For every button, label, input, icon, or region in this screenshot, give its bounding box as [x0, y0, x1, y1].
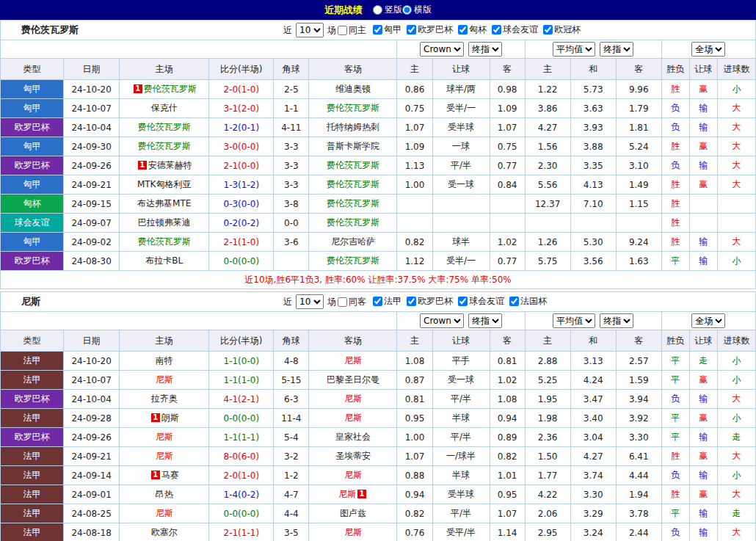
ah-away-odds-cell: [490, 214, 525, 233]
corners-cell: 11-4: [274, 409, 309, 428]
scope-select[interactable]: 全场: [691, 42, 725, 57]
away-team-name: 皇家社会: [335, 432, 371, 442]
column-header: 让球: [689, 330, 717, 352]
same-venue-checkbox[interactable]: [338, 26, 347, 35]
ah-line-cell: 平/半: [432, 428, 490, 447]
date-cell: 24-08-30: [64, 252, 120, 271]
away-team-cell: 尼斯: [309, 352, 397, 371]
home-team-cell: 布拉卡BL: [120, 252, 209, 271]
layout-option-vertical[interactable]: 竖版: [373, 4, 402, 16]
euro-draw-odds-cell: 3.56: [570, 252, 616, 271]
euro-away-odds-cell: 1.81: [616, 118, 661, 137]
league-filter-checkbox[interactable]: [407, 297, 416, 306]
result-goals-cell: 大: [717, 447, 755, 466]
league-filter[interactable]: 欧罗巴杯: [407, 23, 453, 36]
corners-cell: 3-3: [274, 175, 309, 195]
euro-away-odds-cell: 2.44: [616, 523, 661, 541]
league-cell: 法甲: [1, 371, 64, 390]
ah-line-cell: 平/半: [432, 156, 490, 175]
ah-line-cell: 球半/两: [432, 80, 490, 99]
corners-cell: 5-15: [274, 371, 309, 390]
home-team-cell: 尼斯: [120, 447, 209, 466]
euro-draw-odds-cell: 3.13: [570, 352, 616, 371]
league-filter-checkbox[interactable]: [458, 297, 468, 306]
match-row: 法甲24-09-281朗斯0-0(0-0)11-4尼斯0.95半球0.941.9…: [1, 409, 756, 428]
euro-home-odds-cell: 2.88: [525, 352, 570, 371]
euro-away-odds-cell: 1.59: [616, 371, 661, 390]
away-team-name: 费伦茨瓦罗斯: [327, 160, 379, 170]
league-filter-checkbox[interactable]: [373, 297, 382, 306]
league-cell: 法甲: [1, 352, 64, 371]
results-table: Crown终指 平均值终指 全场 类型日期主场比分(半场)角球客场主让球客主和客…: [0, 311, 756, 541]
league-filter[interactable]: 欧冠杯: [543, 23, 581, 36]
ah-odds-source-select[interactable]: Crown: [420, 42, 464, 57]
euro-draw-odds-cell: 3.88: [570, 137, 616, 156]
away-team-cell: 费伦茨瓦罗斯: [309, 99, 397, 118]
league-filter-checkbox[interactable]: [492, 25, 501, 35]
away-team-name: 尼斯: [344, 470, 362, 480]
date-cell: 24-09-14: [64, 466, 120, 485]
ah-line-cell: 受一球: [432, 175, 490, 195]
league-filter[interactable]: 球会友谊: [492, 23, 538, 36]
match-count-select[interactable]: 10: [296, 23, 324, 37]
result-goals-cell: 小: [717, 352, 755, 371]
column-header: 主: [397, 330, 432, 352]
ah-away-odds-cell: 0.94: [490, 409, 525, 428]
league-cell: 匈甲: [1, 99, 64, 118]
euro-odds-kind-select[interactable]: 终指: [600, 42, 633, 57]
league-filter-checkbox[interactable]: [373, 25, 382, 35]
league-filter[interactable]: 欧罗巴杯: [407, 295, 453, 308]
ah-home-odds-cell: 1.07: [397, 118, 432, 137]
euro-away-odds-cell: 6.41: [616, 447, 661, 466]
home-team-name: 尼斯: [156, 374, 173, 385]
league-filter-checkbox[interactable]: [407, 25, 416, 35]
red-card-badge: 1: [151, 471, 160, 479]
league-filter[interactable]: 匈杯: [458, 23, 487, 36]
league-filter[interactable]: 匈甲: [373, 23, 401, 36]
away-team-name: 尼斯: [344, 393, 362, 404]
topbar: 近期战绩 竖版横版: [0, 0, 756, 20]
column-header: 进球数: [717, 59, 755, 80]
result-handicap-cell: 输: [689, 466, 717, 485]
same-venue-checkbox[interactable]: [338, 297, 347, 307]
match-rows: 法甲24-10-20南特1-1(0-0)4-8尼斯1.08平手0.812.883…: [1, 352, 756, 541]
summary-line: 近10场,胜6平1负3, 胜率:60% 让胜率:37.5% 大率:75% 单率:…: [1, 271, 756, 289]
euro-draw-odds-cell: 3.74: [570, 466, 616, 485]
scope-select[interactable]: 全场: [691, 313, 725, 328]
euro-draw-odds-cell: 3.47: [570, 390, 616, 409]
same-venue-filter[interactable]: 同客: [338, 296, 366, 308]
score-cell: 1-1(1-0): [209, 371, 274, 390]
euro-odds-kind-select[interactable]: 终指: [600, 313, 633, 328]
home-team-name: 巴拉顿弗莱迪: [138, 217, 191, 228]
result-wdl-cell: 平: [661, 371, 689, 390]
matches-label: 场: [327, 24, 336, 37]
layout-radio[interactable]: [373, 5, 382, 15]
layout-radio[interactable]: [402, 5, 412, 15]
result-goals-cell: 大: [717, 156, 755, 175]
result-handicap-cell: 输: [689, 99, 717, 118]
league-filter[interactable]: 球会友谊: [458, 295, 504, 308]
away-team-cell: 图卢兹: [309, 504, 397, 523]
result-wdl-cell: 负: [661, 118, 689, 137]
ah-odds-source-select[interactable]: Crown: [420, 313, 464, 328]
column-header: 类型: [1, 330, 64, 352]
corners-cell: 3-5: [274, 523, 309, 541]
league-filter[interactable]: 法国杯: [509, 295, 547, 308]
euro-away-odds-cell: 9.24: [616, 233, 661, 252]
ah-odds-kind-select[interactable]: 终指: [468, 42, 502, 57]
league-filter-checkbox[interactable]: [509, 297, 519, 306]
ah-odds-kind-select[interactable]: 终指: [468, 313, 502, 328]
match-count-select[interactable]: 10: [296, 294, 324, 309]
layout-option-horizontal[interactable]: 横版: [402, 4, 432, 16]
ah-home-odds-cell: 1.08: [397, 352, 432, 371]
near-label: 近: [283, 296, 292, 308]
same-venue-filter[interactable]: 同主: [338, 24, 366, 37]
euro-odds-source-select[interactable]: 平均值: [553, 313, 595, 328]
league-filter-checkbox[interactable]: [543, 25, 553, 35]
ah-away-odds-cell: 1.09: [490, 99, 525, 118]
score-cell: 1-1(0-0): [209, 352, 274, 371]
league-filter-checkbox[interactable]: [458, 25, 468, 35]
league-filter[interactable]: 法甲: [373, 295, 401, 308]
euro-odds-source-select[interactable]: 平均值: [553, 42, 595, 57]
result-goals-cell: [717, 214, 755, 233]
